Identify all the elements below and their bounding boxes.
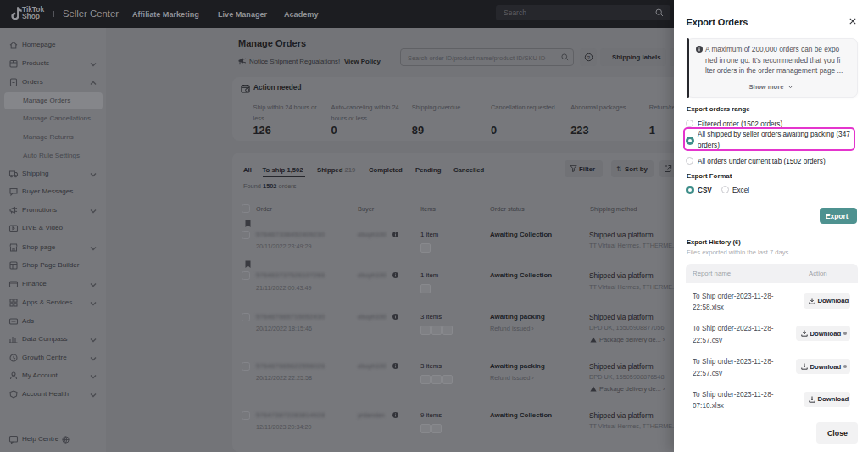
svg-text:?: ? [587,55,591,60]
